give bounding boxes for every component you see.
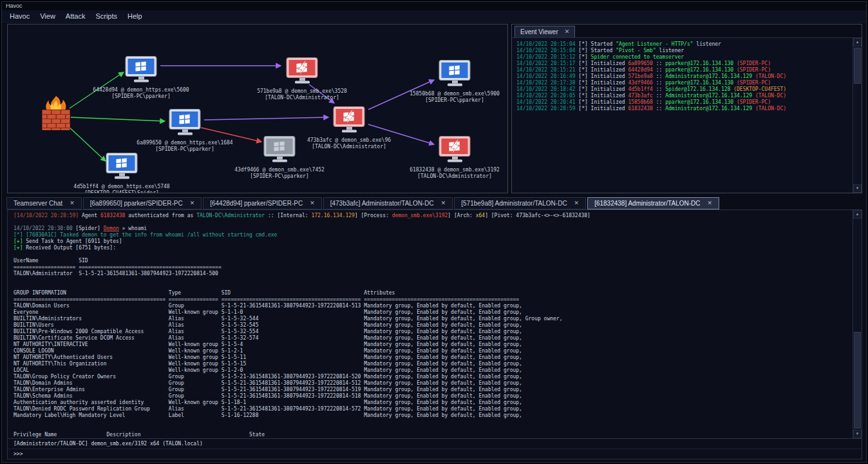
menu-help[interactable]: Help bbox=[122, 11, 147, 21]
monitor-icon bbox=[437, 59, 473, 88]
log-line: BUILTIN\Pre-Windows 2000 Compatible Acce… bbox=[14, 329, 853, 335]
close-icon[interactable]: ✕ bbox=[310, 200, 315, 206]
graph-node-firewall[interactable] bbox=[7, 95, 120, 134]
close-icon[interactable]: ✕ bbox=[574, 200, 580, 206]
log-line: TALON\Denied RODC Password Replication G… bbox=[14, 406, 853, 412]
close-icon[interactable]: ✕ bbox=[708, 200, 713, 206]
scroll-up-icon[interactable]: ▲ bbox=[853, 38, 862, 46]
log-line bbox=[14, 219, 853, 226]
log-line: Everyone Well-known group S-1-1-0 Mandat… bbox=[14, 309, 853, 316]
scroll-down-icon[interactable]: ▼ bbox=[853, 430, 862, 438]
log-line: 14/10/2022 20:20:41 [*] Initialized 1585… bbox=[516, 99, 851, 106]
log-line: [14/10/2022 20:28:59] Agent 61832438 aut… bbox=[14, 213, 853, 219]
menubar: HavocViewAttackScriptsHelp bbox=[2, 10, 866, 23]
graph-node-571be9a8[interactable]: 571be9a8 @ demon_smb.exe\3528[TALON-DC\A… bbox=[238, 57, 366, 101]
close-icon[interactable]: ✕ bbox=[70, 200, 75, 206]
log-line: 14/10/2022 20:16:49 [*] Initialized 571b… bbox=[516, 73, 851, 80]
log-line bbox=[14, 277, 853, 284]
console-prompt[interactable]: >>> bbox=[8, 449, 862, 459]
scrollbar-thumb[interactable] bbox=[854, 48, 861, 84]
log-line: LOCAL Well-known group S-1-2-0 Mandatory… bbox=[14, 367, 853, 374]
console-scrollbar[interactable]: ▲ ▼ bbox=[853, 210, 862, 438]
tab-label: [6a899650] pparker/SPIDER-PC bbox=[90, 200, 183, 207]
log-line: TALON\Group Policy Creator Owners Group … bbox=[14, 374, 853, 380]
log-line: BUILTIN\Certificate Service DCOM Access … bbox=[14, 335, 853, 342]
log-line bbox=[14, 251, 853, 258]
graph-node-label: 43df9466 @ demon_smb.exe\7452[SPIDER-PC\… bbox=[215, 167, 344, 179]
graph-node-61832438[interactable]: 61832438 @ demon_smb.exe\3192[TALON-DC\A… bbox=[390, 135, 508, 179]
event-viewer-panel: Event Viewer ✕ 14/10/2022 20:15:04 [*] S… bbox=[511, 24, 862, 193]
graph-node-label: 4d5b1ff4 @ demon_https.exe\5748[DESKTOP-… bbox=[57, 184, 186, 193]
graph-node-15850b68[interactable]: 15850b68 @ demon_smb.exe\5900[SPIDER-PC\… bbox=[390, 59, 508, 103]
monitor-icon bbox=[437, 135, 473, 164]
graph-nodes: 64428d94 @ demon_https.exe\5600[SPIDER-P… bbox=[8, 24, 507, 193]
console-tabbar: Teamserver Chat✕[6a899650] pparker/SPIDE… bbox=[2, 195, 866, 209]
log-line: [+] Received Output [6751 bytes]: bbox=[14, 245, 853, 251]
close-icon[interactable]: ✕ bbox=[190, 200, 195, 206]
close-icon[interactable]: ✕ bbox=[565, 29, 570, 35]
scroll-up-icon[interactable]: ▲ bbox=[853, 210, 862, 218]
tab-label: [61832438] Administrator/TALON-DC bbox=[594, 200, 700, 207]
tab-label: [473b3afc] Administrator/TALON-DC bbox=[330, 200, 434, 207]
log-line: CONSOLE LOGON Well-known group S-1-2-1 M… bbox=[14, 348, 853, 354]
log-line: BUILTIN\Administrators Alias S-1-5-32-54… bbox=[14, 316, 853, 322]
menu-scripts[interactable]: Scripts bbox=[90, 11, 122, 21]
log-line: Authentication authority asserted identi… bbox=[14, 400, 853, 406]
log-line: [*] [76830A1C] Tasked demon to get the i… bbox=[14, 232, 853, 238]
console-panel: [14/10/2022 20:28:59] Agent 61832438 aut… bbox=[7, 209, 862, 459]
event-tabbar: Event Viewer ✕ bbox=[512, 24, 862, 38]
log-line: 14/10/2022 20:15:12 [*] Spider connected… bbox=[516, 54, 851, 61]
log-line: TALON\Domain Users Group S-1-5-21-361548… bbox=[14, 303, 853, 309]
log-line: Mandatory Label\High Mandatory Level Lab… bbox=[14, 412, 853, 419]
titlebar[interactable]: Havoc bbox=[2, 2, 866, 10]
havoc-window: Havoc HavocViewAttackScriptsHelp 64428d9… bbox=[1, 1, 867, 463]
menu-view[interactable]: View bbox=[35, 11, 61, 21]
graph-node-43df9466[interactable]: 43df9466 @ demon_smb.exe\7452[SPIDER-PC\… bbox=[215, 135, 344, 179]
log-line: ========================================… bbox=[14, 296, 853, 303]
console-tab[interactable]: [571be9a8] Administrator/TALON-DC✕ bbox=[454, 197, 586, 209]
console-output[interactable]: [14/10/2022 20:28:59] Agent 61832438 aut… bbox=[8, 210, 853, 438]
log-line: TALON\Schema Admins Group S-1-5-21-36154… bbox=[14, 393, 853, 400]
main-split: 64428d94 @ demon_https.exe\5600[SPIDER-P… bbox=[2, 23, 866, 195]
graph-node-label: 64428d94 @ demon_https.exe\5600[SPIDER-P… bbox=[77, 87, 205, 99]
tab-label: Teamserver Chat bbox=[14, 200, 62, 207]
graph-node-4d5b1ff4[interactable]: 4d5b1ff4 @ demon_https.exe\5748[DESKTOP-… bbox=[57, 152, 186, 193]
scroll-down-icon[interactable]: ▼ bbox=[853, 184, 862, 193]
console-tab[interactable]: [61832438] Administrator/TALON-DC✕ bbox=[587, 197, 719, 209]
log-line bbox=[14, 284, 853, 290]
scrollbar-track[interactable] bbox=[853, 218, 862, 430]
tab-label: [571be9a8] Administrator/TALON-DC bbox=[461, 200, 567, 207]
monitor-icon bbox=[331, 106, 367, 134]
graph-node-label: 61832438 @ demon_smb.exe\3192[TALON-DC\A… bbox=[390, 167, 508, 179]
prompt-text: >>> bbox=[14, 451, 23, 457]
log-line: UserName SID bbox=[14, 258, 853, 264]
log-line: NT AUTHORITY\This Organization Well-know… bbox=[14, 361, 853, 367]
tab-label: [64428d94] pparker/SPIDER-PC bbox=[210, 200, 303, 207]
graph-node-64428d94[interactable]: 64428d94 @ demon_https.exe\5600[SPIDER-P… bbox=[77, 55, 205, 99]
tab-event-viewer[interactable]: Event Viewer ✕ bbox=[514, 26, 575, 37]
log-line: 14/10/2022 20:15:04 [*] Started "Agent L… bbox=[516, 41, 851, 48]
firewall-icon bbox=[41, 95, 71, 131]
menu-havoc[interactable]: Havoc bbox=[5, 11, 35, 21]
log-line: 14/10/2022 20:18:42 [*] Initialized 4d5b… bbox=[516, 86, 851, 93]
console-tab[interactable]: [6a899650] pparker/SPIDER-PC✕ bbox=[83, 197, 202, 209]
console-tab[interactable]: Teamserver Chat✕ bbox=[6, 197, 82, 209]
scrollbar-thumb[interactable] bbox=[854, 332, 861, 429]
close-icon[interactable]: ✕ bbox=[441, 200, 446, 206]
session-graph-panel[interactable]: 64428d94 @ demon_https.exe\5600[SPIDER-P… bbox=[7, 24, 508, 193]
menu-attack[interactable]: Attack bbox=[61, 11, 91, 21]
session-status-text: [Administrator/TALON-DC] demon_smb.exe/3… bbox=[14, 441, 203, 447]
console-tab[interactable]: [64428d94] pparker/SPIDER-PC✕ bbox=[203, 197, 322, 209]
console-tab[interactable]: [473b3afc] Administrator/TALON-DC✕ bbox=[323, 197, 453, 209]
event-log: 14/10/2022 20:15:04 [*] Started "Agent L… bbox=[512, 38, 853, 193]
monitor-icon bbox=[167, 108, 203, 137]
monitor-icon bbox=[104, 152, 140, 180]
scrollbar-track[interactable] bbox=[853, 46, 862, 184]
log-line: ==================== ===================… bbox=[14, 264, 853, 271]
log-line bbox=[14, 425, 853, 432]
monitor-icon bbox=[261, 135, 297, 164]
log-line: Privilege Name Description State bbox=[14, 432, 853, 438]
log-line: 14/10/2022 20:20:05 [*] Initialized 473b… bbox=[516, 93, 851, 99]
event-scrollbar[interactable]: ▲ ▼ bbox=[853, 38, 862, 193]
log-line: 14/10/2022 20:15:04 [*] Started "Pivot -… bbox=[516, 48, 851, 54]
